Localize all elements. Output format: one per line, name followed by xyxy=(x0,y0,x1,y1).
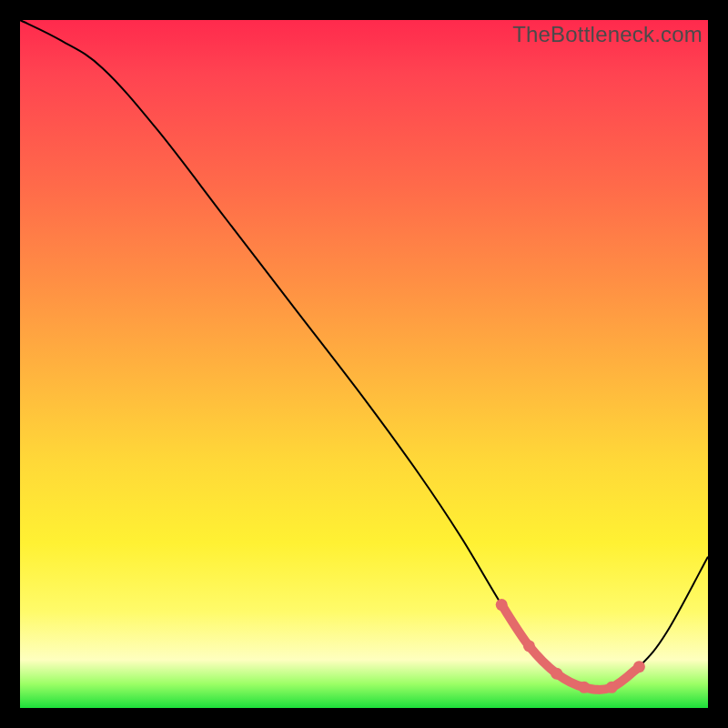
chart-canvas: TheBottleneck.com xyxy=(0,0,728,728)
optimal-range-dot xyxy=(551,668,562,680)
optimal-range-dot xyxy=(523,640,535,652)
bottleneck-curve xyxy=(20,20,708,690)
chart-svg xyxy=(20,20,708,708)
optimal-range-dot xyxy=(496,599,508,611)
optimal-range-highlight xyxy=(501,605,639,690)
optimal-range-dot xyxy=(578,682,590,693)
optimal-range-dot xyxy=(606,682,618,693)
plot-area: TheBottleneck.com xyxy=(20,20,708,708)
optimal-range-dot xyxy=(633,661,645,672)
